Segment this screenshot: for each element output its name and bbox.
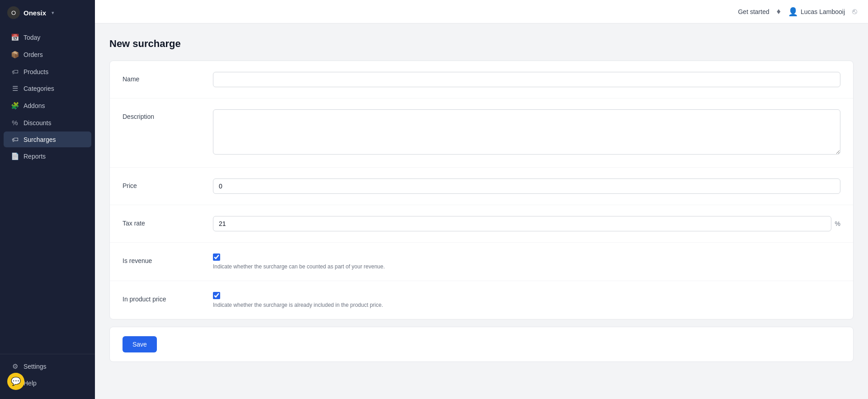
name-control-wrap	[213, 72, 840, 87]
price-input[interactable]	[213, 178, 840, 194]
in-product-price-checkbox[interactable]	[213, 292, 220, 299]
sidebar-item-label-surcharges: Surcharges	[24, 136, 56, 143]
is-revenue-hint: Indicate whether the surcharge can be co…	[213, 263, 840, 270]
in-product-price-control-wrap: Indicate whether the surcharge is alread…	[213, 292, 840, 308]
addons-icon: 🧩	[11, 102, 19, 110]
is-revenue-row: Is revenue Indicate whether the surcharg…	[110, 243, 853, 281]
is-revenue-control-wrap: Indicate whether the surcharge can be co…	[213, 253, 840, 270]
user-menu[interactable]: 👤 Lucas Lambooij	[788, 7, 845, 17]
nav-menu: 📅 Today 📦 Orders 🏷 Products ☰ Categories…	[0, 25, 95, 354]
save-button[interactable]: Save	[123, 336, 157, 352]
in-product-price-hint: Indicate whether the surcharge is alread…	[213, 302, 840, 308]
description-row: Description	[110, 99, 853, 168]
sidebar-item-label-addons: Addons	[24, 102, 45, 109]
brand-header[interactable]: O Onesix ▾	[0, 0, 95, 25]
topbar: Get started ♦ 👤 Lucas Lambooij ⎋	[95, 0, 868, 23]
sidebar-item-products[interactable]: 🏷 Products	[4, 64, 91, 80]
surcharge-form-card: Name Description Price	[109, 61, 854, 319]
description-input[interactable]	[213, 109, 840, 155]
page-title: New surcharge	[109, 38, 854, 50]
name-row: Name	[110, 61, 853, 99]
settings-icon: ⚙	[11, 362, 19, 371]
percent-label: %	[835, 220, 840, 227]
description-control-wrap	[213, 109, 840, 156]
sidebar-item-orders[interactable]: 📦 Orders	[4, 47, 91, 63]
sidebar-item-label-discounts: Discounts	[24, 119, 51, 127]
action-card: Save	[109, 327, 854, 362]
price-label: Price	[123, 178, 213, 189]
surcharges-icon: 🏷	[11, 136, 19, 143]
reports-icon: 📄	[11, 152, 19, 160]
sidebar-item-label-orders: Orders	[24, 51, 43, 58]
tax-rate-row: Tax rate %	[110, 205, 853, 243]
discounts-icon: %	[11, 119, 19, 127]
price-row: Price	[110, 168, 853, 205]
content-area: New surcharge Name Description Price	[95, 23, 868, 399]
name-input[interactable]	[213, 72, 840, 87]
name-label: Name	[123, 72, 213, 83]
tax-rate-input[interactable]	[213, 216, 831, 231]
in-product-price-label: In product price	[123, 292, 213, 303]
sidebar-item-label-products: Products	[24, 68, 48, 75]
price-control-wrap	[213, 178, 840, 194]
is-revenue-label: Is revenue	[123, 253, 213, 264]
sidebar-item-label-categories: Categories	[24, 85, 54, 92]
sidebar-item-categories[interactable]: ☰ Categories	[4, 80, 91, 97]
sidebar-item-today[interactable]: 📅 Today	[4, 29, 91, 46]
sidebar-item-settings[interactable]: ⚙ Settings	[4, 358, 91, 375]
tax-rate-label: Tax rate	[123, 216, 213, 227]
brand-avatar: O	[7, 6, 20, 19]
in-product-price-row: In product price Indicate whether the su…	[110, 281, 853, 319]
logout-icon[interactable]: ⎋	[852, 7, 857, 16]
sidebar-item-label-help: Help	[24, 380, 37, 387]
sidebar-item-addons[interactable]: 🧩 Addons	[4, 98, 91, 114]
sidebar-item-discounts[interactable]: % Discounts	[4, 115, 91, 131]
user-icon: 👤	[788, 7, 798, 17]
products-icon: 🏷	[11, 68, 19, 75]
sidebar-item-label-reports: Reports	[24, 153, 46, 160]
brand-chevron-icon: ▾	[52, 10, 54, 16]
sidebar: O Onesix ▾ 📅 Today 📦 Orders 🏷 Products ☰…	[0, 0, 95, 399]
tax-rate-control-wrap: %	[213, 216, 840, 231]
tax-rate-wrap: %	[213, 216, 840, 231]
diamond-icon[interactable]: ♦	[777, 7, 781, 16]
sidebar-item-label-today: Today	[24, 34, 40, 41]
sidebar-item-reports[interactable]: 📄 Reports	[4, 148, 91, 164]
sidebar-item-label-settings: Settings	[24, 363, 47, 370]
description-label: Description	[123, 109, 213, 120]
today-icon: 📅	[11, 33, 19, 42]
chat-bubble[interactable]: 💬	[7, 373, 24, 390]
get-started-link[interactable]: Get started	[738, 8, 769, 15]
categories-icon: ☰	[11, 84, 19, 93]
is-revenue-checkbox[interactable]	[213, 253, 220, 261]
brand-name: Onesix	[24, 9, 46, 17]
main-content: Get started ♦ 👤 Lucas Lambooij ⎋ New sur…	[95, 0, 868, 399]
user-name: Lucas Lambooij	[801, 8, 845, 15]
orders-icon: 📦	[11, 51, 19, 59]
sidebar-item-surcharges[interactable]: 🏷 Surcharges	[4, 131, 91, 147]
